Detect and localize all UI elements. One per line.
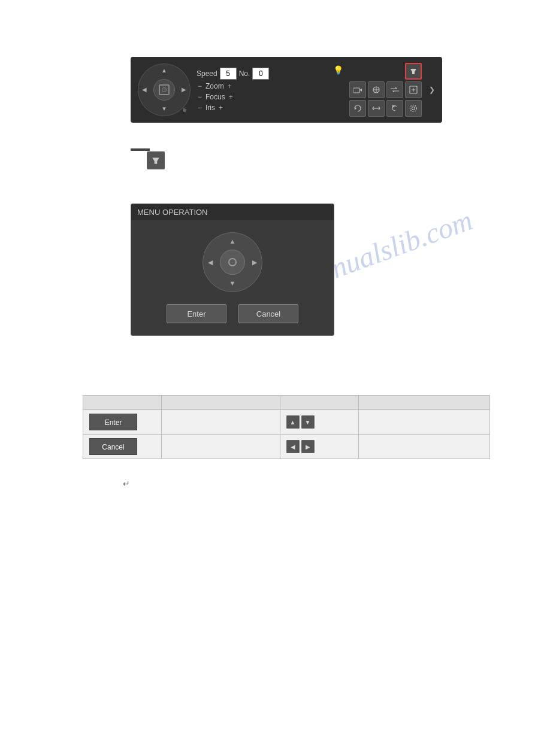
- settings-icon-btn[interactable]: [405, 100, 422, 117]
- zoom-icon: [159, 84, 170, 95]
- svg-marker-0: [410, 69, 416, 74]
- light-icon: 💡: [333, 65, 343, 75]
- settings-icon: [409, 104, 418, 113]
- arrow-pair-ud: ▲ ▼: [286, 415, 352, 429]
- table-cell-arrows-lr: ◀ ▶: [280, 435, 358, 459]
- filter-icon: [409, 67, 418, 75]
- dialog-cancel-button[interactable]: Cancel: [238, 304, 298, 323]
- dialog-up-arrow: ▲: [229, 238, 236, 245]
- svg-rect-1: [353, 88, 359, 93]
- enter-table-button[interactable]: Enter: [89, 414, 137, 430]
- info-table: Enter ▲ ▼ Cancel ◀ ▶: [83, 395, 490, 459]
- resize-icon: [372, 105, 380, 111]
- speed-input[interactable]: [220, 68, 237, 80]
- replay-icon: [353, 104, 362, 113]
- speed-section: Speed No. − Zoom + − Focus + − Iris +: [197, 68, 269, 112]
- expand-icon-btn[interactable]: [405, 81, 422, 98]
- expand-icon: [409, 86, 418, 94]
- up-arrow-btn[interactable]: ▲: [286, 415, 300, 429]
- ptz-joystick[interactable]: ▲ ▼ ◀ ▶ 🖱: [138, 63, 191, 116]
- dialog-joystick[interactable]: ▲ ▼ ◀ ▶: [202, 232, 262, 292]
- control-bar: ▲ ▼ ◀ ▶ 🖱 Speed No. − Zoom + − Focus + −…: [131, 57, 442, 123]
- swap-icon: [391, 87, 399, 93]
- dialog-enter-button[interactable]: Enter: [167, 304, 226, 323]
- th-col1: [83, 396, 162, 410]
- filter-standalone-icon: [151, 156, 161, 165]
- dialog-down-arrow: ▼: [229, 280, 236, 287]
- dialog-right-arrow: ▶: [252, 259, 257, 266]
- svg-marker-11: [392, 105, 395, 108]
- th-col2: [162, 396, 280, 410]
- arrow-pair-lr: ◀ ▶: [286, 440, 352, 453]
- table-row: Enter ▲ ▼: [83, 410, 490, 435]
- focus-control: − Focus +: [197, 93, 269, 101]
- table-row: Cancel ◀ ▶: [83, 435, 490, 459]
- zoom-label: Zoom: [205, 82, 224, 90]
- table-cell-empty1: [162, 410, 280, 435]
- camera-icon-btn[interactable]: [349, 81, 366, 98]
- ptz-left-arrow: ◀: [142, 87, 147, 93]
- dialog-buttons: Enter Cancel: [167, 304, 298, 323]
- no-label: No.: [239, 69, 250, 78]
- replay-icon-btn[interactable]: [349, 100, 366, 117]
- zoom-control: − Zoom +: [197, 82, 269, 90]
- th-col3: [280, 396, 358, 410]
- return-arrow: ↵: [123, 479, 130, 488]
- svg-point-12: [412, 107, 415, 110]
- dialog-center-dot: [228, 258, 237, 266]
- zoom-plus[interactable]: +: [226, 82, 233, 90]
- icon-grid: [349, 63, 422, 117]
- th-col4: [358, 396, 489, 410]
- table-cell-desc2: [358, 435, 489, 459]
- table-cell-cancel: Cancel: [83, 435, 162, 459]
- ptz-center-button[interactable]: [153, 79, 175, 101]
- table-header-row: [83, 396, 490, 410]
- speed-label: Speed: [197, 69, 217, 78]
- ptz-down-arrow: ▼: [161, 106, 167, 112]
- mouse-icon: 🖱: [182, 107, 188, 113]
- menu-operation-dialog: MENU OPERATION ▲ ▼ ◀ ▶ Enter Cancel: [131, 204, 334, 336]
- underline: [131, 148, 150, 151]
- left-arrow-btn[interactable]: ◀: [286, 440, 300, 453]
- network-icon-btn[interactable]: [368, 81, 385, 98]
- zoom-minus[interactable]: −: [197, 82, 203, 90]
- focus-label: Focus: [205, 93, 225, 101]
- swap-icon-btn[interactable]: [386, 81, 403, 98]
- table-cell-arrows-ud: ▲ ▼: [280, 410, 358, 435]
- filter-standalone-btn[interactable]: [147, 151, 165, 169]
- iris-minus[interactable]: −: [197, 104, 203, 112]
- resize-icon-btn[interactable]: [368, 100, 385, 117]
- dialog-left-arrow: ◀: [208, 259, 213, 266]
- focus-plus[interactable]: +: [228, 93, 234, 101]
- camera-icon: [353, 87, 362, 93]
- down-arrow-btn[interactable]: ▼: [301, 415, 315, 429]
- speed-row: Speed No.: [197, 68, 269, 80]
- ptz-right-arrow: ▶: [182, 87, 186, 93]
- dialog-center-btn[interactable]: [220, 250, 245, 275]
- filter-button[interactable]: [405, 63, 422, 80]
- cancel-table-button[interactable]: Cancel: [89, 438, 137, 455]
- iris-plus[interactable]: +: [217, 104, 224, 112]
- no-input[interactable]: [252, 68, 269, 80]
- table-cell-desc1: [358, 410, 489, 435]
- iris-control: − Iris +: [197, 104, 269, 112]
- right-chevron[interactable]: ❯: [429, 86, 435, 94]
- ptz-up-arrow: ▲: [161, 68, 167, 74]
- iris-label: Iris: [205, 104, 215, 112]
- right-arrow-btn[interactable]: ▶: [301, 440, 315, 453]
- table-cell-enter: Enter: [83, 410, 162, 435]
- undo-icon: [391, 104, 399, 113]
- table-cell-empty2: [162, 435, 280, 459]
- svg-marker-9: [355, 107, 356, 110]
- menu-dialog-title: MENU OPERATION: [131, 204, 334, 220]
- menu-dialog-body: ▲ ▼ ◀ ▶ Enter Cancel: [131, 220, 334, 335]
- svg-point-13: [410, 105, 417, 112]
- svg-marker-14: [152, 157, 159, 163]
- undo-icon-btn[interactable]: [386, 100, 403, 117]
- network-icon: [372, 86, 380, 94]
- focus-minus[interactable]: −: [197, 93, 203, 101]
